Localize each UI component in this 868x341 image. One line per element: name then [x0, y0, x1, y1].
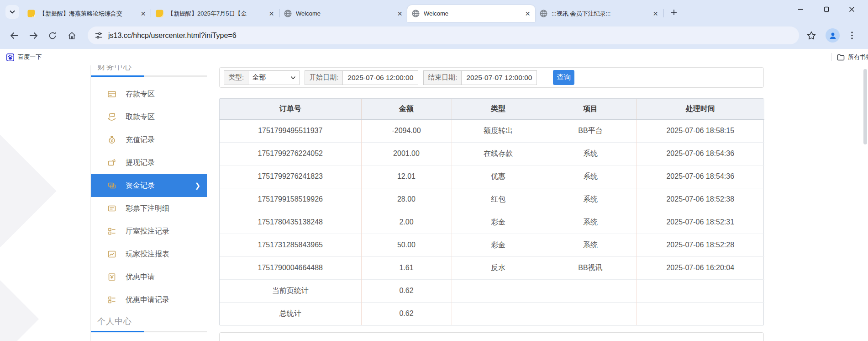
sidebar-item-优惠申请[interactable]: 优惠申请 — [91, 266, 207, 288]
table-cell: BB视讯 — [545, 256, 636, 279]
chevron-down-icon — [10, 10, 15, 14]
withdraw-hand-icon — [107, 112, 116, 122]
query-button[interactable]: 查询 — [553, 70, 574, 85]
sidebar-item-存款专区[interactable]: 存款专区 — [91, 83, 207, 106]
pagination-panel — [219, 332, 764, 341]
table-cell — [636, 279, 764, 302]
chevron-right-icon: ❯ — [195, 181, 200, 190]
address-bar[interactable]: js13.cc/hhcp/usercenter.html?iniType=6 — [88, 27, 799, 44]
site-info-icon[interactable] — [95, 32, 103, 39]
plus-icon — [671, 9, 677, 16]
bookmark-star-button[interactable] — [804, 28, 819, 43]
forum-favicon — [27, 10, 35, 17]
table-cell: 1751799276224052 — [220, 142, 361, 165]
browser-menu-button[interactable] — [844, 28, 860, 43]
page-scrollbar[interactable] — [863, 69, 867, 144]
table-cell: 1751790004664488 — [220, 256, 361, 279]
start-date-group: 开始日期: 2025-07-06 12:00:00 — [305, 70, 418, 85]
table-cell: 系统 — [545, 234, 636, 256]
close-window-button[interactable] — [839, 0, 864, 18]
table-row: 1751799495511937-2094.00额度转出BB平台2025-07-… — [220, 119, 764, 142]
tab-title: 【新提醒】2025年7月5日【金 — [168, 10, 265, 18]
table-header-row: 订单号金额类型项目处理时间 — [220, 99, 764, 119]
browser-tab-2[interactable]: 【新提醒】2025年7月5日【金✕ — [151, 5, 279, 22]
wallet-out-icon — [107, 158, 116, 167]
minimize-button[interactable] — [788, 0, 813, 18]
main-panel: 类型: 全部 开始日期: 2025-07-06 12:00:00 结束日期: 2… — [219, 65, 764, 341]
profile-avatar[interactable] — [826, 28, 840, 43]
browser-tab-3[interactable]: Welcome✕ — [279, 5, 407, 22]
table-cell: 1751780435138248 — [220, 211, 361, 234]
maximize-button[interactable] — [813, 0, 839, 18]
table-cell: 2.00 — [361, 211, 452, 234]
bookmark-baidu[interactable]: 百度一下 — [6, 53, 42, 61]
table-cell: 2025-07-06 16:20:04 — [636, 256, 764, 279]
table-cell: 1751799276241823 — [220, 165, 361, 188]
folder-icon — [837, 54, 845, 61]
table-cell: 2025-07-06 18:54:36 — [636, 165, 764, 188]
new-tab-button[interactable] — [667, 5, 681, 19]
url-text: js13.cc/hhcp/usercenter.html?iniType=6 — [108, 32, 237, 40]
browser-toolbar: js13.cc/hhcp/usercenter.html?iniType=6 — [0, 22, 868, 49]
tabs-container: 【新提醒】海燕策略论坛综合交✕【新提醒】2025年7月5日【金✕Welcome✕… — [23, 5, 663, 22]
browser-tab-1[interactable]: 【新提醒】海燕策略论坛综合交✕ — [23, 5, 151, 22]
table-body: 1751799495511937-2094.00额度转出BB平台2025-07-… — [220, 119, 764, 325]
table-cell: 2025-07-06 18:52:31 — [636, 211, 764, 234]
tab-separator — [663, 9, 663, 17]
table-cell: 0.62 — [361, 302, 452, 325]
bookmarks-divider — [831, 53, 831, 61]
forward-button[interactable] — [26, 28, 41, 43]
tab-close-button[interactable]: ✕ — [524, 10, 531, 17]
sidebar-item-label: 玩家投注报表 — [126, 250, 169, 259]
table-row: 175173128584396550.00彩金系统2025-07-06 18:5… — [220, 234, 764, 256]
end-date-group: 结束日期: 2025-07-07 12:00:00 — [423, 70, 537, 85]
table-cell: 1751731285843965 — [220, 234, 361, 256]
bookmark-label: 百度一下 — [18, 53, 42, 61]
sidebar-item-充值记录[interactable]: 充值记录 — [91, 128, 207, 151]
browser-tab-4-active[interactable]: Welcome✕ — [407, 5, 535, 22]
deposit-card-icon — [107, 90, 116, 99]
tab-close-button[interactable]: ✕ — [139, 10, 147, 17]
tab-search-button[interactable] — [5, 5, 19, 19]
sidebar-item-彩票下注明细[interactable]: 彩票下注明细 — [91, 197, 207, 220]
tab-title: Welcome — [296, 10, 393, 17]
sidebar-item-优惠申请记录[interactable]: 优惠申请记录 — [91, 288, 207, 311]
forum-favicon — [156, 10, 163, 17]
grid-list-icon — [107, 227, 116, 236]
end-date-input[interactable]: 2025-07-07 12:00:00 — [461, 70, 537, 85]
home-icon — [68, 32, 76, 40]
tab-close-button[interactable]: ✕ — [396, 10, 404, 17]
browser-tab-5[interactable]: :::视讯 会员下注纪录:::✕ — [535, 5, 663, 22]
table-cell — [545, 302, 636, 325]
sidebar-item-资金记录[interactable]: 资金记录❯ — [91, 174, 207, 197]
all-bookmarks-button[interactable]: 所有书签 — [837, 53, 868, 61]
type-select[interactable]: 全部 — [248, 70, 300, 85]
column-header: 项目 — [545, 99, 636, 119]
all-bookmarks-label: 所有书签 — [848, 53, 868, 61]
sidebar-item-厅室投注记录[interactable]: 厅室投注记录 — [91, 220, 207, 243]
table-cell: 2025-07-06 18:58:15 — [636, 119, 764, 142]
home-button[interactable] — [64, 28, 79, 43]
start-date-input[interactable]: 2025-07-06 12:00:00 — [342, 70, 418, 85]
table-cell: 系统 — [545, 142, 636, 165]
table-cell: BB平台 — [545, 119, 636, 142]
sidebar-item-提现记录[interactable]: 提现记录 — [91, 151, 207, 174]
tab-close-button[interactable]: ✕ — [652, 10, 659, 17]
filter-panel: 类型: 全部 开始日期: 2025-07-06 12:00:00 结束日期: 2… — [219, 67, 764, 88]
baidu-favicon — [6, 53, 14, 61]
minimize-icon — [798, 6, 804, 12]
column-header: 类型 — [452, 99, 545, 119]
sidebar-item-取款专区[interactable]: 取款专区 — [91, 106, 207, 128]
reload-icon — [48, 32, 57, 40]
tab-title: :::视讯 会员下注纪录::: — [552, 10, 649, 18]
reload-button[interactable] — [45, 28, 60, 43]
person-icon — [829, 32, 837, 40]
kebab-menu-icon — [851, 32, 853, 39]
back-arrow-icon — [10, 32, 19, 39]
back-button[interactable] — [6, 28, 22, 43]
sidebar-item-玩家投注报表[interactable]: 玩家投注报表 — [91, 243, 207, 266]
tab-close-button[interactable]: ✕ — [268, 10, 275, 17]
table-cell: 28.00 — [361, 188, 452, 211]
table-cell — [545, 279, 636, 302]
sidebar-section-personal: 个人中心 — [91, 316, 207, 327]
